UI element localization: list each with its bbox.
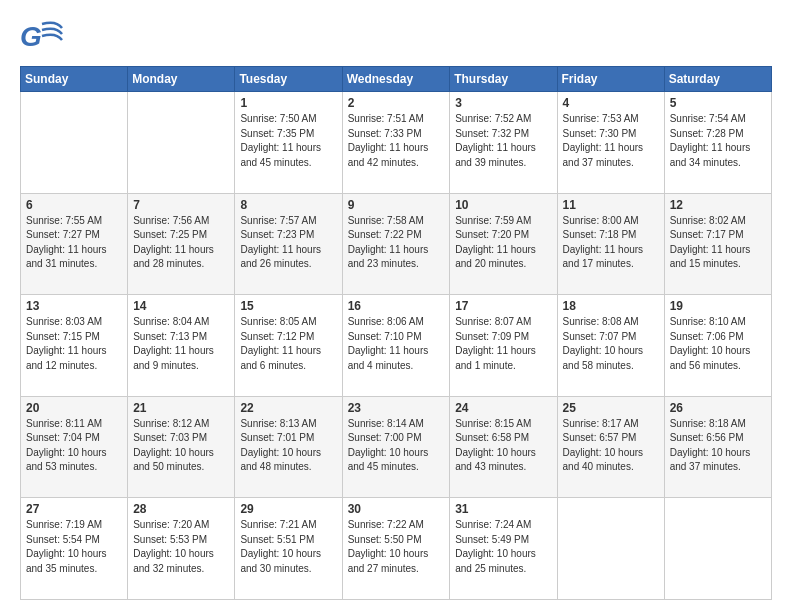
week-row-4: 20Sunrise: 8:11 AM Sunset: 7:04 PM Dayli… bbox=[21, 396, 772, 498]
day-info: Sunrise: 7:21 AM Sunset: 5:51 PM Dayligh… bbox=[240, 518, 336, 576]
calendar-cell: 30Sunrise: 7:22 AM Sunset: 5:50 PM Dayli… bbox=[342, 498, 450, 600]
day-info: Sunrise: 8:06 AM Sunset: 7:10 PM Dayligh… bbox=[348, 315, 445, 373]
day-info: Sunrise: 8:10 AM Sunset: 7:06 PM Dayligh… bbox=[670, 315, 766, 373]
calendar-cell: 18Sunrise: 8:08 AM Sunset: 7:07 PM Dayli… bbox=[557, 295, 664, 397]
day-info: Sunrise: 7:58 AM Sunset: 7:22 PM Dayligh… bbox=[348, 214, 445, 272]
day-number: 6 bbox=[26, 198, 122, 212]
calendar-cell: 2Sunrise: 7:51 AM Sunset: 7:33 PM Daylig… bbox=[342, 92, 450, 194]
calendar-cell: 11Sunrise: 8:00 AM Sunset: 7:18 PM Dayli… bbox=[557, 193, 664, 295]
day-number: 30 bbox=[348, 502, 445, 516]
day-number: 9 bbox=[348, 198, 445, 212]
calendar-cell: 24Sunrise: 8:15 AM Sunset: 6:58 PM Dayli… bbox=[450, 396, 557, 498]
day-number: 3 bbox=[455, 96, 551, 110]
day-info: Sunrise: 7:51 AM Sunset: 7:33 PM Dayligh… bbox=[348, 112, 445, 170]
day-number: 1 bbox=[240, 96, 336, 110]
calendar-cell: 15Sunrise: 8:05 AM Sunset: 7:12 PM Dayli… bbox=[235, 295, 342, 397]
day-number: 17 bbox=[455, 299, 551, 313]
calendar-cell: 9Sunrise: 7:58 AM Sunset: 7:22 PM Daylig… bbox=[342, 193, 450, 295]
calendar-cell: 28Sunrise: 7:20 AM Sunset: 5:53 PM Dayli… bbox=[128, 498, 235, 600]
day-number: 29 bbox=[240, 502, 336, 516]
weekday-header-saturday: Saturday bbox=[664, 67, 771, 92]
day-info: Sunrise: 7:24 AM Sunset: 5:49 PM Dayligh… bbox=[455, 518, 551, 576]
day-info: Sunrise: 8:13 AM Sunset: 7:01 PM Dayligh… bbox=[240, 417, 336, 475]
day-number: 8 bbox=[240, 198, 336, 212]
calendar-cell: 19Sunrise: 8:10 AM Sunset: 7:06 PM Dayli… bbox=[664, 295, 771, 397]
svg-text:G: G bbox=[20, 21, 42, 52]
calendar-cell: 3Sunrise: 7:52 AM Sunset: 7:32 PM Daylig… bbox=[450, 92, 557, 194]
day-number: 20 bbox=[26, 401, 122, 415]
day-number: 10 bbox=[455, 198, 551, 212]
day-number: 25 bbox=[563, 401, 659, 415]
calendar-cell: 5Sunrise: 7:54 AM Sunset: 7:28 PM Daylig… bbox=[664, 92, 771, 194]
calendar-cell: 27Sunrise: 7:19 AM Sunset: 5:54 PM Dayli… bbox=[21, 498, 128, 600]
calendar-cell: 31Sunrise: 7:24 AM Sunset: 5:49 PM Dayli… bbox=[450, 498, 557, 600]
day-number: 4 bbox=[563, 96, 659, 110]
day-info: Sunrise: 7:52 AM Sunset: 7:32 PM Dayligh… bbox=[455, 112, 551, 170]
day-info: Sunrise: 7:56 AM Sunset: 7:25 PM Dayligh… bbox=[133, 214, 229, 272]
calendar-cell: 7Sunrise: 7:56 AM Sunset: 7:25 PM Daylig… bbox=[128, 193, 235, 295]
calendar-cell: 17Sunrise: 8:07 AM Sunset: 7:09 PM Dayli… bbox=[450, 295, 557, 397]
week-row-2: 6Sunrise: 7:55 AM Sunset: 7:27 PM Daylig… bbox=[21, 193, 772, 295]
day-number: 26 bbox=[670, 401, 766, 415]
day-number: 14 bbox=[133, 299, 229, 313]
calendar-cell: 26Sunrise: 8:18 AM Sunset: 6:56 PM Dayli… bbox=[664, 396, 771, 498]
day-info: Sunrise: 8:17 AM Sunset: 6:57 PM Dayligh… bbox=[563, 417, 659, 475]
day-info: Sunrise: 7:54 AM Sunset: 7:28 PM Dayligh… bbox=[670, 112, 766, 170]
day-number: 28 bbox=[133, 502, 229, 516]
calendar-cell: 12Sunrise: 8:02 AM Sunset: 7:17 PM Dayli… bbox=[664, 193, 771, 295]
day-number: 24 bbox=[455, 401, 551, 415]
day-info: Sunrise: 8:14 AM Sunset: 7:00 PM Dayligh… bbox=[348, 417, 445, 475]
logo: G bbox=[20, 18, 68, 56]
calendar-cell: 8Sunrise: 7:57 AM Sunset: 7:23 PM Daylig… bbox=[235, 193, 342, 295]
day-number: 2 bbox=[348, 96, 445, 110]
day-info: Sunrise: 8:12 AM Sunset: 7:03 PM Dayligh… bbox=[133, 417, 229, 475]
weekday-header-thursday: Thursday bbox=[450, 67, 557, 92]
day-number: 22 bbox=[240, 401, 336, 415]
calendar-cell: 10Sunrise: 7:59 AM Sunset: 7:20 PM Dayli… bbox=[450, 193, 557, 295]
day-info: Sunrise: 8:07 AM Sunset: 7:09 PM Dayligh… bbox=[455, 315, 551, 373]
day-info: Sunrise: 8:03 AM Sunset: 7:15 PM Dayligh… bbox=[26, 315, 122, 373]
week-row-1: 1Sunrise: 7:50 AM Sunset: 7:35 PM Daylig… bbox=[21, 92, 772, 194]
calendar-cell: 16Sunrise: 8:06 AM Sunset: 7:10 PM Dayli… bbox=[342, 295, 450, 397]
calendar-cell: 1Sunrise: 7:50 AM Sunset: 7:35 PM Daylig… bbox=[235, 92, 342, 194]
day-number: 12 bbox=[670, 198, 766, 212]
day-info: Sunrise: 7:55 AM Sunset: 7:27 PM Dayligh… bbox=[26, 214, 122, 272]
day-info: Sunrise: 8:02 AM Sunset: 7:17 PM Dayligh… bbox=[670, 214, 766, 272]
day-number: 7 bbox=[133, 198, 229, 212]
day-info: Sunrise: 7:19 AM Sunset: 5:54 PM Dayligh… bbox=[26, 518, 122, 576]
calendar-cell: 20Sunrise: 8:11 AM Sunset: 7:04 PM Dayli… bbox=[21, 396, 128, 498]
calendar-cell: 4Sunrise: 7:53 AM Sunset: 7:30 PM Daylig… bbox=[557, 92, 664, 194]
calendar-cell: 22Sunrise: 8:13 AM Sunset: 7:01 PM Dayli… bbox=[235, 396, 342, 498]
day-info: Sunrise: 8:15 AM Sunset: 6:58 PM Dayligh… bbox=[455, 417, 551, 475]
calendar-cell bbox=[664, 498, 771, 600]
day-info: Sunrise: 8:08 AM Sunset: 7:07 PM Dayligh… bbox=[563, 315, 659, 373]
day-info: Sunrise: 8:11 AM Sunset: 7:04 PM Dayligh… bbox=[26, 417, 122, 475]
weekday-header-friday: Friday bbox=[557, 67, 664, 92]
day-info: Sunrise: 8:05 AM Sunset: 7:12 PM Dayligh… bbox=[240, 315, 336, 373]
calendar-cell bbox=[557, 498, 664, 600]
day-info: Sunrise: 7:59 AM Sunset: 7:20 PM Dayligh… bbox=[455, 214, 551, 272]
calendar-cell: 6Sunrise: 7:55 AM Sunset: 7:27 PM Daylig… bbox=[21, 193, 128, 295]
weekday-header-wednesday: Wednesday bbox=[342, 67, 450, 92]
day-number: 21 bbox=[133, 401, 229, 415]
day-number: 16 bbox=[348, 299, 445, 313]
calendar-cell bbox=[21, 92, 128, 194]
calendar-cell bbox=[128, 92, 235, 194]
day-info: Sunrise: 8:04 AM Sunset: 7:13 PM Dayligh… bbox=[133, 315, 229, 373]
day-info: Sunrise: 7:57 AM Sunset: 7:23 PM Dayligh… bbox=[240, 214, 336, 272]
calendar-cell: 23Sunrise: 8:14 AM Sunset: 7:00 PM Dayli… bbox=[342, 396, 450, 498]
week-row-3: 13Sunrise: 8:03 AM Sunset: 7:15 PM Dayli… bbox=[21, 295, 772, 397]
logo-icon: G bbox=[20, 18, 64, 56]
weekday-header-tuesday: Tuesday bbox=[235, 67, 342, 92]
day-number: 31 bbox=[455, 502, 551, 516]
day-info: Sunrise: 8:00 AM Sunset: 7:18 PM Dayligh… bbox=[563, 214, 659, 272]
weekday-header-monday: Monday bbox=[128, 67, 235, 92]
calendar-cell: 29Sunrise: 7:21 AM Sunset: 5:51 PM Dayli… bbox=[235, 498, 342, 600]
day-info: Sunrise: 7:22 AM Sunset: 5:50 PM Dayligh… bbox=[348, 518, 445, 576]
day-number: 19 bbox=[670, 299, 766, 313]
calendar-cell: 21Sunrise: 8:12 AM Sunset: 7:03 PM Dayli… bbox=[128, 396, 235, 498]
weekday-header-sunday: Sunday bbox=[21, 67, 128, 92]
day-info: Sunrise: 8:18 AM Sunset: 6:56 PM Dayligh… bbox=[670, 417, 766, 475]
header: G bbox=[20, 18, 772, 56]
day-number: 23 bbox=[348, 401, 445, 415]
